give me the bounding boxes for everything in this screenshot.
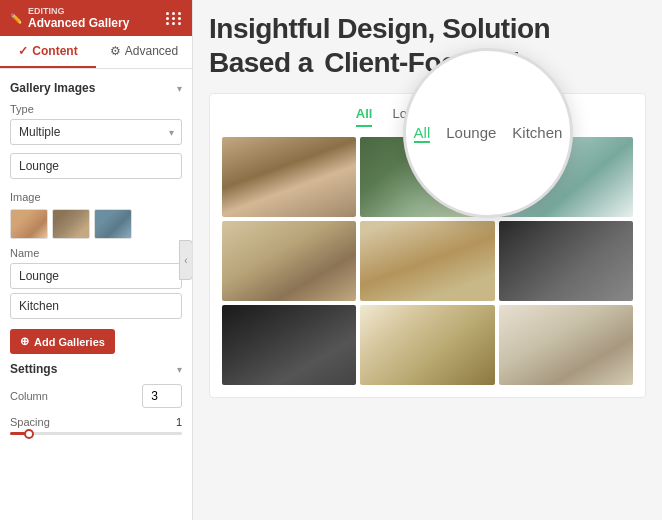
left-panel: ✏️ EDITING Advanced Gallery ✓ Content ⚙ … [0,0,193,520]
image-label: Image [10,191,182,203]
settings-section-header: Settings ▾ [10,362,182,376]
gallery-cell-7[interactable] [222,305,356,385]
spacing-value: 1 [176,416,182,428]
mag-tab-lounge[interactable]: Lounge [446,124,496,143]
gallery-images-title: Gallery Images [10,81,95,95]
panel-header-content: EDITING Advanced Gallery [28,6,129,30]
type-label: Type [10,103,182,115]
panel-header-left: ✏️ EDITING Advanced Gallery [10,6,129,30]
collapse-handle[interactable]: ‹ [179,240,193,280]
panel-body: Gallery Images ▾ Type Multiple Single ▾ … [0,69,192,520]
edit-icon: ✏️ [10,13,22,24]
kitchen-name-input[interactable] [10,293,182,319]
heading-line2: Based a [209,47,313,78]
magnifier-content: All Lounge Kitchen [414,124,563,143]
gallery-cell-8[interactable] [360,305,494,385]
gallery-cell-4[interactable] [222,221,356,301]
name-label: Name [10,247,182,259]
spacing-slider-track[interactable] [10,432,182,435]
tab-advanced[interactable]: ⚙ Advanced [96,36,192,68]
lounge-name-input[interactable] [10,153,182,179]
type-select[interactable]: Multiple Single [10,119,182,145]
right-preview-area: Insightful Design, Solution Based a Clie… [193,0,662,520]
thumb-2[interactable] [52,209,90,239]
panel-title: Advanced Gallery [28,16,129,30]
mag-tab-all[interactable]: All [414,124,431,143]
gallery-images-section-header: Gallery Images ▾ [10,81,182,95]
column-row: Column [10,384,182,408]
settings-title: Settings [10,362,57,376]
slider-label-row: Spacing 1 [10,416,182,428]
name-input[interactable] [10,263,182,289]
thumb-1[interactable] [10,209,48,239]
grid-dots-icon[interactable] [166,12,182,25]
editing-label: EDITING [28,6,129,16]
sliders-icon: ⚙ [110,44,121,58]
spacing-row: Spacing 1 [10,416,182,435]
panel-header: ✏️ EDITING Advanced Gallery [0,0,192,36]
tab-row: ✓ Content ⚙ Advanced [0,36,192,69]
plus-icon: ⊕ [20,335,29,348]
checkmark-icon: ✓ [18,44,28,58]
column-label: Column [10,390,48,402]
gallery-cell-9[interactable] [499,305,633,385]
slider-thumb[interactable] [24,429,34,439]
gallery-cell-5[interactable] [360,221,494,301]
heading-line1: Insightful Design, Solution [209,13,550,44]
chevron-down-icon[interactable]: ▾ [177,83,182,94]
page-heading: Insightful Design, Solution Based a Clie… [209,12,646,79]
gallery-cell-1[interactable] [222,137,356,217]
magnifier-overlay: All Lounge Kitchen [403,48,573,218]
thumb-3[interactable] [94,209,132,239]
gallery-cell-6[interactable] [499,221,633,301]
type-select-wrapper: Multiple Single ▾ [10,119,182,145]
settings-chevron-icon[interactable]: ▾ [177,364,182,375]
spacing-label: Spacing [10,416,50,428]
tab-content[interactable]: ✓ Content [0,36,96,68]
mag-tab-kitchen[interactable]: Kitchen [512,124,562,143]
column-input[interactable] [142,384,182,408]
magnifier-tabs: All Lounge Kitchen [414,124,563,143]
image-thumbs [10,209,182,239]
gallery-tab-all[interactable]: All [356,106,373,127]
add-galleries-button[interactable]: ⊕ Add Galleries [10,329,115,354]
